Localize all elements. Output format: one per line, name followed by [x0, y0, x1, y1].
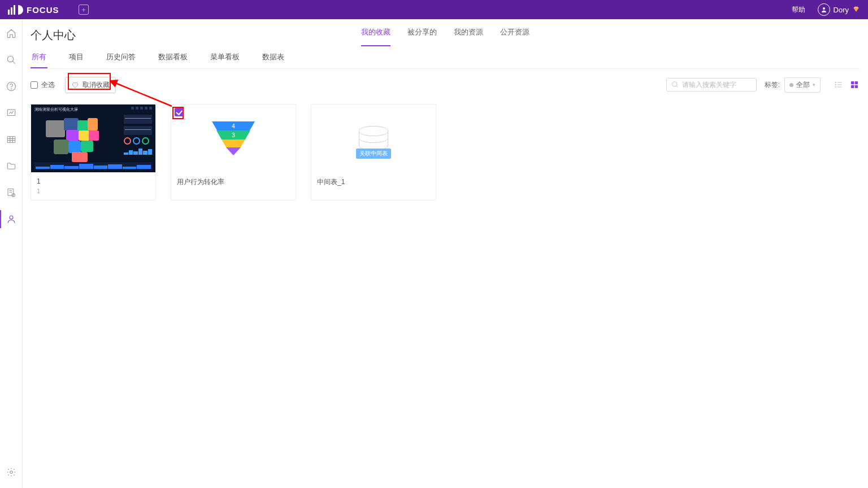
resource-card[interactable]: 关联中间表 中间表_1	[311, 104, 436, 201]
svg-point-13	[835, 86, 836, 88]
help-icon[interactable]	[6, 81, 17, 92]
select-all-checkbox[interactable]: 全选	[31, 80, 55, 90]
user-center-icon[interactable]	[6, 213, 17, 225]
svg-point-8	[10, 216, 13, 219]
db-badge: 关联中间表	[356, 149, 391, 159]
svg-point-9	[10, 471, 12, 474]
subtab-all[interactable]: 所有	[31, 52, 47, 68]
chart-icon[interactable]	[6, 107, 17, 119]
card-title: 用户行为转化率	[171, 172, 296, 197]
tab-public-resources[interactable]: 公开资源	[500, 27, 530, 46]
svg-point-11	[835, 82, 836, 83]
select-all-input[interactable]	[31, 81, 38, 89]
plus-icon: ＋	[80, 5, 87, 15]
diamond-icon	[852, 6, 860, 14]
svg-rect-14	[851, 81, 854, 84]
database-icon: 关联中间表	[359, 126, 388, 151]
card-checkbox-checked[interactable]	[175, 108, 183, 116]
subtab-data-table[interactable]: 数据表	[261, 52, 285, 67]
resource-card[interactable]: 测绘测量分析可视化大屏	[31, 104, 156, 201]
resource-card[interactable]: 4 3 用户行为转化率	[171, 104, 296, 201]
grid-view-button[interactable]	[849, 79, 860, 90]
subtab-project[interactable]: 项目	[68, 52, 85, 67]
avatar-icon	[818, 3, 830, 16]
tag-filter-label: 标签:	[765, 80, 780, 90]
svg-rect-17	[855, 85, 858, 88]
heart-icon	[71, 81, 79, 89]
brand-text: FOCUS	[27, 5, 59, 15]
list-view-button[interactable]	[833, 79, 844, 90]
tab-my-resources[interactable]: 我的资源	[454, 27, 483, 46]
search-input-icon	[671, 81, 679, 89]
subtab-data-dashboard[interactable]: 数据看板	[157, 52, 189, 67]
svg-point-0	[823, 7, 825, 10]
brand-logo[interactable]: FOCUS	[8, 5, 59, 15]
svg-point-10	[672, 82, 676, 86]
subtab-history-qa[interactable]: 历史问答	[105, 52, 137, 67]
card-subtitle: 1	[31, 188, 155, 200]
map-dashboard-thumbnail: 测绘测量分析可视化大屏	[31, 104, 155, 172]
tag-dot-icon	[789, 83, 793, 87]
search-icon[interactable]	[6, 54, 17, 66]
new-button[interactable]: ＋	[79, 5, 89, 15]
table-icon[interactable]	[6, 134, 17, 145]
tag-filter-value: 全部	[796, 80, 810, 90]
chevron-down-icon: ▾	[813, 82, 815, 88]
home-icon[interactable]	[6, 28, 17, 39]
svg-rect-16	[851, 85, 854, 88]
svg-point-12	[835, 84, 836, 85]
search-input[interactable]	[682, 81, 750, 89]
user-menu[interactable]: Dory	[818, 3, 860, 16]
svg-rect-5	[7, 137, 15, 143]
data-config-icon[interactable]	[6, 187, 17, 198]
svg-point-3	[11, 89, 11, 89]
svg-rect-15	[855, 81, 858, 84]
card-title: 1	[31, 172, 155, 188]
tag-filter-select[interactable]: 全部 ▾	[784, 77, 821, 93]
svg-rect-4	[7, 110, 15, 116]
logo-half-icon	[18, 5, 23, 15]
funnel-chart-thumbnail: 4 3	[212, 121, 255, 155]
subtab-menu-dashboard[interactable]: 菜单看板	[209, 52, 241, 67]
tab-my-favorites[interactable]: 我的收藏	[361, 27, 390, 46]
select-all-label: 全选	[41, 80, 55, 90]
unfavorite-label: 取消收藏	[83, 80, 110, 90]
help-link[interactable]: 帮助	[792, 5, 805, 15]
folder-icon[interactable]	[6, 160, 17, 172]
svg-point-1	[7, 56, 14, 62]
unfavorite-button[interactable]: 取消收藏	[65, 77, 116, 93]
card-title: 中间表_1	[311, 172, 436, 197]
user-name: Dory	[834, 6, 849, 14]
tab-shared-with-me[interactable]: 被分享的	[407, 27, 437, 46]
search-input-wrapper[interactable]	[666, 78, 757, 91]
logo-bars-icon	[8, 5, 15, 15]
settings-icon[interactable]	[6, 467, 17, 478]
